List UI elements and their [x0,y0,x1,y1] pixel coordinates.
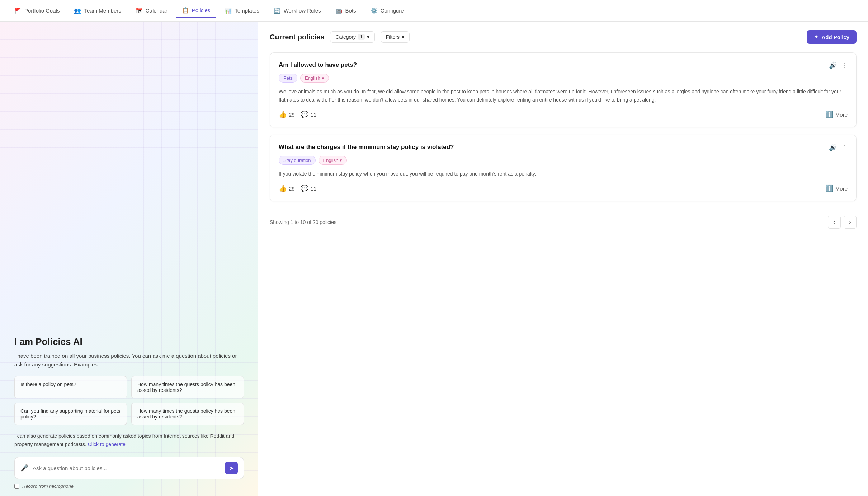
policy-card-2-header: What are the charges if the minimum stay… [279,144,848,151]
click-to-generate-link[interactable]: Click to generate [88,441,126,447]
ai-panel: I am Policies AI I have been trained on … [0,22,258,496]
comment-icon-1[interactable]: 💬 [301,111,308,118]
policy-stats-1: 👍 29 💬 11 [279,111,316,118]
policies-header: Current policies Category 1 ▾ Filters ▾ … [270,30,857,44]
chevron-down-icon: ▾ [367,34,369,40]
tag-stay-duration[interactable]: Stay duration [279,156,316,165]
suggestion-2[interactable]: How many times the guests policy has bee… [131,376,244,398]
workflow-rules-icon: 🔄 [274,7,281,14]
policy-tags-1: Pets English ▾ [279,74,848,83]
nav-team-members[interactable]: 👥 Team Members [68,4,127,17]
portfolio-goals-icon: 🚩 [14,7,22,14]
ai-description: I have been trained on all your business… [14,352,244,369]
policies-header-left: Current policies Category 1 ▾ Filters ▾ [270,31,410,43]
policy-card-1-header: Am I allowed to have pets? 🔊 ⋮ [279,61,848,69]
policy-card-1: Am I allowed to have pets? 🔊 ⋮ Pets Engl… [270,52,857,127]
policy-footer-2: 👍 29 💬 11 ℹ️ More [279,184,848,192]
policy-card-2-actions: 🔊 ⋮ [829,144,848,151]
calendar-icon: 📅 [136,7,143,14]
team-members-icon: 👥 [74,7,81,14]
policy-question-2: What are the charges if the minimum stay… [279,144,454,151]
more-button-2[interactable]: ℹ️ More [825,184,848,192]
nav-calendar[interactable]: 📅 Calendar [130,4,173,17]
policy-body-1: We love animals as much as you do. In fa… [279,88,848,104]
bots-icon: 🤖 [335,7,343,14]
tag-lang-2[interactable]: English ▾ [319,156,347,165]
suggestion-grid: Is there a policy on pets? How many time… [14,376,244,425]
thumbs-up-icon-1[interactable]: 👍 [279,111,287,118]
suggestion-4[interactable]: How many times the guests policy has bee… [131,403,244,425]
record-checkbox[interactable] [14,484,19,489]
chevron-right-icon: › [849,219,851,225]
configure-icon: ⚙️ [371,7,378,14]
add-policy-button[interactable]: ✦ Add Policy [807,30,857,44]
comments-stat-2: 💬 11 [301,184,317,192]
policy-footer-1: 👍 29 💬 11 ℹ️ More [279,111,848,118]
tag-pets[interactable]: Pets [279,74,297,83]
more-options-icon-2[interactable]: ⋮ [841,144,848,151]
add-policy-star-icon: ✦ [814,34,819,40]
policies-title: Current policies [270,33,324,41]
filters-button[interactable]: Filters ▾ [381,31,410,43]
nav-configure[interactable]: ⚙️ Configure [365,4,410,17]
nav-policies[interactable]: 📋 Policies [176,4,216,18]
lang-chevron-icon-2: ▾ [340,158,342,163]
tag-lang-1[interactable]: English ▾ [300,74,329,83]
mic-icon[interactable]: 🎤 [20,464,28,472]
policy-tags-2: Stay duration English ▾ [279,156,848,165]
suggestion-1[interactable]: Is there a policy on pets? [14,376,127,398]
chat-input[interactable] [33,465,221,471]
record-label: Record from microphone [22,483,74,489]
lang-chevron-icon-1: ▾ [322,75,324,81]
policy-body-2: If you violate the minimum stay policy w… [279,170,848,178]
policy-card-2: What are the charges if the minimum stay… [270,135,857,201]
pagination-row: Showing 1 to 10 of 20 policies ‹ › [270,210,857,229]
record-checkbox-row: Record from microphone [14,483,244,489]
category-badge: 1 [358,34,365,40]
templates-icon: 📊 [225,7,232,14]
comments-stat-1: 💬 11 [301,111,317,118]
more-button-1[interactable]: ℹ️ More [825,111,848,118]
comment-icon-2[interactable]: 💬 [301,184,308,192]
policy-question-1: Am I allowed to have pets? [279,61,357,69]
likes-stat-1: 👍 29 [279,111,295,118]
chat-input-wrapper: 🎤 ➤ [14,457,244,479]
thumbs-up-icon-2[interactable]: 👍 [279,184,287,192]
filters-chevron-icon: ▾ [402,34,404,40]
prev-page-button[interactable]: ‹ [828,216,841,229]
next-page-button[interactable]: › [844,216,857,229]
speaker-icon-1[interactable]: 🔊 [829,61,837,69]
ai-title: I am Policies AI [14,336,244,347]
send-icon: ➤ [229,465,234,472]
suggestion-3[interactable]: Can you find any supporting material for… [14,403,127,425]
pagination-text: Showing 1 to 10 of 20 policies [270,219,336,225]
info-icon-2: ℹ️ [825,184,833,192]
pagination-buttons: ‹ › [828,216,857,229]
nav-templates[interactable]: 📊 Templates [219,4,265,17]
policy-stats-2: 👍 29 💬 11 [279,184,316,192]
policies-panel: Current policies Category 1 ▾ Filters ▾ … [258,22,868,496]
main-layout: I am Policies AI I have been trained on … [0,22,868,496]
nav-workflow-rules[interactable]: 🔄 Workflow Rules [268,4,327,17]
policy-card-1-actions: 🔊 ⋮ [829,61,848,69]
nav-portfolio-goals[interactable]: 🚩 Portfolio Goals [9,4,65,17]
chevron-left-icon: ‹ [833,219,835,225]
send-button[interactable]: ➤ [225,462,238,474]
top-nav: 🚩 Portfolio Goals 👥 Team Members 📅 Calen… [0,0,868,22]
category-filter-button[interactable]: Category 1 ▾ [330,31,375,43]
likes-stat-2: 👍 29 [279,184,295,192]
speaker-icon-2[interactable]: 🔊 [829,144,837,151]
policies-icon: 📋 [182,7,189,14]
info-icon-1: ℹ️ [825,111,833,118]
ai-generate-text: I can also generate policies based on co… [14,432,244,448]
nav-bots[interactable]: 🤖 Bots [330,4,362,17]
more-options-icon-1[interactable]: ⋮ [841,61,848,69]
